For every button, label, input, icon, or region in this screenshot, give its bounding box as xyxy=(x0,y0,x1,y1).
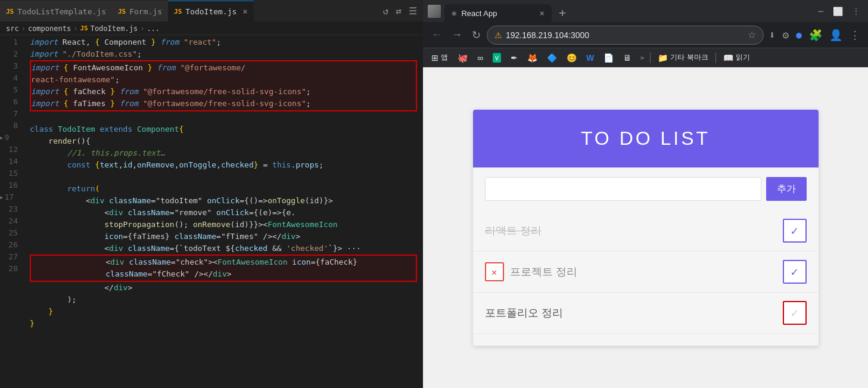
restore-btn[interactable]: ⬜ xyxy=(829,5,847,17)
tab-js-icon: JS xyxy=(6,8,14,15)
github-icon: 🐙 xyxy=(458,53,468,63)
history-icon[interactable]: ↺ xyxy=(382,4,390,18)
tab-js-icon: JS xyxy=(174,8,182,15)
todo-form: 추가 xyxy=(473,167,819,210)
todo-input[interactable] xyxy=(485,177,761,201)
code-line-3b: react-fontawesome"; xyxy=(31,74,416,86)
reload-btn[interactable]: ↻ xyxy=(468,25,484,45)
code-line-16b: stopPropagation(); onRemove(id)}}><FontA… xyxy=(30,219,417,231)
folder-icon: 📁 xyxy=(658,53,668,63)
bookmark-smile[interactable]: 😊 xyxy=(563,52,580,64)
bookmark-doc[interactable]: 📄 xyxy=(600,52,617,64)
settings-icon[interactable]: ⚙ xyxy=(780,26,792,44)
breadcrumb-sep: › xyxy=(21,24,26,33)
todo-item-text-0: 리액트 정리 xyxy=(485,224,777,238)
code-line-15: <div className="todoItem" onClick={()=>o… xyxy=(30,195,417,207)
import-highlight-block: import { FontAwesomeIcon } from "@fortaw… xyxy=(30,60,417,111)
menu-icon[interactable]: ⋮ xyxy=(847,26,863,44)
back-btn[interactable]: ← xyxy=(428,25,446,45)
todo-check-btn-2[interactable]: ✓ xyxy=(783,301,807,325)
address-bar[interactable]: ⚠ 192.168.219.104:3000 ☆ xyxy=(487,26,764,45)
bookmark-separator xyxy=(650,52,651,63)
tab-todolisttemplate[interactable]: JS TodoListTemplate.js xyxy=(0,1,112,21)
bookmarks-bar: ⊞ 앱 🐙 ∞ v ✒ 🦊 🔷 😊 W 📄 🖥 xyxy=(423,48,868,67)
bookmarks-more[interactable]: » xyxy=(637,54,646,62)
code-line-17: <div className={`todoText ${checked && '… xyxy=(30,243,417,254)
code-line-13 xyxy=(30,171,417,183)
breadcrumb-sep3: › xyxy=(140,24,144,33)
bookmark-separator2 xyxy=(715,52,716,63)
chrome-addressbar: ← → ↻ ⚠ 192.168.219.104:3000 ☆ ⬇ ⚙ ● 🧩 👤… xyxy=(423,22,868,48)
breadcrumb-components: components xyxy=(28,24,71,33)
bookmark-github[interactable]: 🐙 xyxy=(454,52,471,64)
bookmark-v[interactable]: v xyxy=(489,52,505,64)
diamond-icon: 🔷 xyxy=(547,53,557,63)
minimize-btn[interactable]: ─ xyxy=(815,5,827,17)
extensions-icon[interactable]: 🧩 xyxy=(806,26,825,44)
tab-close-btn[interactable]: × xyxy=(540,8,545,18)
reading-icon: 📖 xyxy=(723,53,733,63)
tab-todoitem[interactable]: JS TodoItem.js × xyxy=(168,1,254,21)
bookmark-screen[interactable]: 🖥 xyxy=(620,52,635,64)
tab-title: React App xyxy=(461,9,534,18)
code-line-12: const {text,id,onRemove,onToggle,checked… xyxy=(30,159,417,171)
bookmark-diamond[interactable]: 🔷 xyxy=(543,52,561,64)
code-line-25: ); xyxy=(30,294,417,306)
todo-item-text-2: 포트폴리오 정리 xyxy=(485,306,777,320)
bookmark-apps[interactable]: ⊞ 앱 xyxy=(428,51,452,64)
bookmark-pen[interactable]: ✒ xyxy=(507,52,521,64)
layout-icon[interactable]: ☰ xyxy=(407,4,418,18)
todo-app: TO DO LIST 추가 리액트 정리 ✓ ✕ 프로젝트 정리 ✓ xyxy=(473,110,819,346)
tab-js-icon: JS xyxy=(118,8,126,15)
code-line-9: //1. this.props.text… xyxy=(30,147,417,159)
code-line-23b: className="fCheck" /></div> xyxy=(31,268,416,280)
tab-form[interactable]: JS Form.js xyxy=(112,1,168,21)
bookmark-star-icon[interactable]: ☆ xyxy=(748,29,756,41)
bookmark-folder[interactable]: 📁 기타 북마크 xyxy=(654,51,711,64)
breadcrumb-js-icon: JS xyxy=(80,24,88,32)
smile-icon: 😊 xyxy=(567,53,577,63)
chrome-titlebar: ⚛ React App × + ─ ⬜ ⋮ xyxy=(423,0,868,22)
browser-content: TO DO LIST 추가 리액트 정리 ✓ ✕ 프로젝트 정리 ✓ xyxy=(423,67,868,388)
tab-label: TodoItem.js xyxy=(185,7,237,16)
chrome-tab-react-app[interactable]: ⚛ React App × xyxy=(444,4,552,22)
bookmark-reading[interactable]: 📖 읽기 xyxy=(720,51,754,64)
code-line-2: import "./TodoItem.css"; xyxy=(30,48,417,60)
bookmark-w[interactable]: W xyxy=(583,52,598,64)
breadcrumb-src: src xyxy=(6,24,19,33)
split-icon[interactable]: ⇄ xyxy=(394,4,403,18)
code-line-6 xyxy=(30,111,417,123)
bookmark-infinity[interactable]: ∞ xyxy=(474,52,487,64)
bookmark-reading-label: 읽기 xyxy=(736,52,750,63)
profile-icon[interactable]: 👤 xyxy=(826,26,845,44)
todo-item-text-1: 프로젝트 정리 xyxy=(510,265,777,279)
tab-close-icon[interactable]: × xyxy=(242,7,247,16)
profile-thumbnail xyxy=(428,5,441,18)
todo-add-button[interactable]: 추가 xyxy=(766,177,807,201)
code-line-3: import { FontAwesomeIcon } from "@fortaw… xyxy=(31,62,416,74)
todo-check-btn-1[interactable]: ✓ xyxy=(783,260,807,284)
bookmark-fox[interactable]: 🦊 xyxy=(524,52,541,64)
forward-btn[interactable]: → xyxy=(448,25,466,45)
todo-remove-btn-1[interactable]: ✕ xyxy=(485,262,504,281)
code-line-28 xyxy=(30,330,417,342)
editor-panel: JS TodoListTemplate.js JS Form.js JS Tod… xyxy=(0,0,423,388)
download-icon[interactable]: ⬇ xyxy=(766,26,779,44)
chrome-tabs: ⚛ React App × + xyxy=(444,0,810,22)
code-line-4: import { faCheck } from "@fortawesome/fr… xyxy=(31,86,416,98)
todo-check-btn-0[interactable]: ✓ xyxy=(783,219,807,243)
breadcrumb-ellipsis: ... xyxy=(147,24,160,33)
code-line-1: import React, { Component } from "react"… xyxy=(30,36,417,48)
code-line-16c: icon={faTimes} className="fTimes" /></di… xyxy=(30,231,417,243)
screen-icon: 🖥 xyxy=(623,53,631,63)
todo-header: TO DO LIST xyxy=(473,110,819,167)
settings-icon[interactable]: ⋮ xyxy=(849,6,863,17)
todo-item-2: 포트폴리오 정리 ✓ xyxy=(473,293,819,334)
code-line-24: </div> xyxy=(30,282,417,294)
code-line-8: render(){ xyxy=(30,135,417,147)
bookmark-folder-label: 기타 북마크 xyxy=(670,52,708,63)
code-line-27: } xyxy=(30,318,417,330)
code-line-5: import { faTimes } from "@fortawesome/fr… xyxy=(31,98,416,110)
new-tab-btn[interactable]: + xyxy=(554,3,571,22)
todo-title: TO DO LIST xyxy=(485,128,807,150)
